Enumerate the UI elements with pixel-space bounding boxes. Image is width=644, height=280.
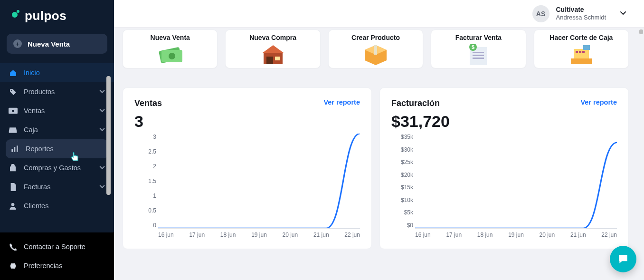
sidebar-item-label: Reportes [26, 145, 54, 153]
brand-name: pulpos [25, 9, 66, 23]
cash-icon [9, 107, 17, 114]
home-icon [9, 69, 17, 77]
drawer-icon [9, 126, 17, 134]
svg-point-4 [12, 110, 14, 112]
sidebar: pulpos + Nueva Venta InicioProductosVent… [0, 0, 114, 280]
chat-bubble-button[interactable] [610, 246, 636, 272]
svg-rect-22 [473, 52, 484, 53]
y-tick: $15k [401, 184, 413, 191]
sidebar-item-reportes[interactable]: Reportes [6, 139, 108, 158]
chevron-down-icon [99, 107, 105, 115]
store-icon [260, 44, 286, 65]
y-tick: $0 [407, 222, 413, 229]
svg-rect-31 [579, 51, 581, 53]
sidebar-item-caja[interactable]: Caja [0, 120, 114, 139]
sidebar-item-productos[interactable]: Productos [0, 82, 114, 101]
x-tick: 19 jun [251, 232, 267, 243]
svg-rect-29 [583, 45, 590, 50]
sidebar-item-inicio[interactable]: Inicio [0, 63, 114, 82]
sidebar-item-label: Productos [24, 88, 55, 96]
x-axis: 16 jun17 jun18 jun19 jun20 jun21 jun22 j… [415, 232, 617, 243]
svg-text:$: $ [472, 44, 474, 50]
sidebar-item-ventas[interactable]: Ventas [0, 101, 114, 120]
sidebar-item-label: Compras y Gastos [24, 164, 81, 172]
x-tick: 22 jun [344, 232, 360, 243]
box-icon [364, 44, 388, 65]
avatar: AS [532, 5, 549, 22]
chart-facturacion: $35k$30k$25k$20k$15k$10k$5k$0 16 jun17 j… [391, 134, 617, 243]
sidebar-item-compras-y-gastos[interactable]: Compras y Gastos [0, 158, 114, 177]
plus-icon: + [13, 39, 22, 48]
panel-title: Facturación [391, 98, 440, 108]
footer-item-label: Preferencias [24, 262, 62, 270]
svg-rect-27 [571, 58, 592, 64]
money-icon [157, 44, 183, 65]
quick-crear-producto[interactable]: Crear Producto [328, 29, 423, 68]
y-tick: $35k [401, 134, 413, 140]
sidebar-item-label: Clientes [24, 202, 48, 210]
dashboard-panels: Ventas Ver reporte 3 32.521.510.50 16 ju… [123, 87, 629, 249]
y-tick: 2 [153, 163, 156, 170]
topbar: AS Cultívate Andressa Schmidt [114, 0, 644, 28]
svg-rect-8 [17, 145, 18, 152]
svg-rect-17 [275, 57, 280, 60]
sidebar-item-clientes[interactable]: Clientes [0, 196, 114, 215]
footer-item-label: Contactar a Soporte [24, 243, 85, 251]
svg-point-9 [11, 203, 15, 206]
quick-hacer-corte-de-caja[interactable]: Hacer Corte de Caja [534, 29, 629, 68]
y-tick: $25k [401, 159, 413, 165]
new-sale-button[interactable]: + Nueva Venta [7, 34, 107, 54]
panel-ventas: Ventas Ver reporte 3 32.521.510.50 16 ju… [123, 87, 372, 249]
user-menu[interactable]: AS Cultívate Andressa Schmidt [532, 5, 627, 22]
svg-point-1 [17, 10, 19, 13]
content-scrollbar[interactable] [639, 29, 643, 34]
x-axis: 16 jun17 jun18 jun19 jun20 jun21 jun22 j… [158, 232, 360, 243]
ver-reporte-link[interactable]: Ver reporte [580, 98, 617, 106]
y-tick: $5k [404, 209, 413, 216]
person-icon [9, 202, 17, 210]
panel-title: Ventas [134, 98, 162, 108]
footer-nav: Contactar a SoportePreferencias [0, 232, 114, 280]
x-tick: 21 jun [570, 232, 586, 243]
x-tick: 16 jun [415, 232, 431, 243]
gear-icon [9, 262, 17, 270]
x-tick: 17 jun [189, 232, 205, 243]
svg-point-0 [12, 12, 18, 18]
footer-item-contactar-a-soporte[interactable]: Contactar a Soporte [0, 237, 114, 256]
svg-rect-7 [14, 147, 16, 152]
x-tick: 20 jun [540, 232, 555, 243]
svg-rect-32 [582, 51, 585, 53]
tag-icon [9, 88, 17, 96]
quick-nueva-compra[interactable]: Nueva Compra [225, 29, 320, 68]
svg-marker-15 [263, 45, 284, 53]
svg-rect-30 [576, 51, 578, 53]
chart-ventas: 32.521.510.50 16 jun17 jun18 jun19 jun20… [134, 134, 360, 243]
sidebar-item-facturas[interactable]: Facturas [0, 177, 114, 196]
quick-nueva-venta[interactable]: Nueva Venta [123, 29, 218, 68]
y-tick: 0 [153, 222, 156, 229]
x-tick: 18 jun [477, 232, 493, 243]
chevron-down-icon [99, 88, 105, 96]
bag-icon [9, 164, 17, 172]
register-icon [568, 44, 595, 65]
ver-reporte-link[interactable]: Ver reporte [323, 98, 360, 106]
svg-rect-16 [266, 57, 273, 64]
quick-actions: Nueva VentaNueva CompraCrear ProductoFac… [123, 29, 629, 68]
quick-facturar-venta[interactable]: Facturar Venta$ [431, 29, 526, 68]
x-tick: 19 jun [508, 232, 524, 243]
user-company: Cultívate [556, 6, 606, 14]
invoice-icon: $ [468, 44, 489, 65]
svg-rect-6 [11, 149, 13, 152]
brand-icon [9, 10, 21, 23]
footer-item-preferencias[interactable]: Preferencias [0, 256, 114, 275]
y-tick: 1 [153, 193, 156, 199]
svg-rect-5 [9, 131, 17, 133]
chevron-down-icon [99, 164, 105, 172]
chevron-down-icon [99, 183, 105, 191]
y-tick: 3 [153, 134, 156, 140]
sidebar-scrollbar[interactable] [106, 76, 111, 195]
sidebar-item-label: Caja [24, 126, 38, 134]
y-tick: $20k [401, 172, 413, 178]
chat-icon [617, 253, 629, 265]
x-tick: 22 jun [601, 232, 617, 243]
